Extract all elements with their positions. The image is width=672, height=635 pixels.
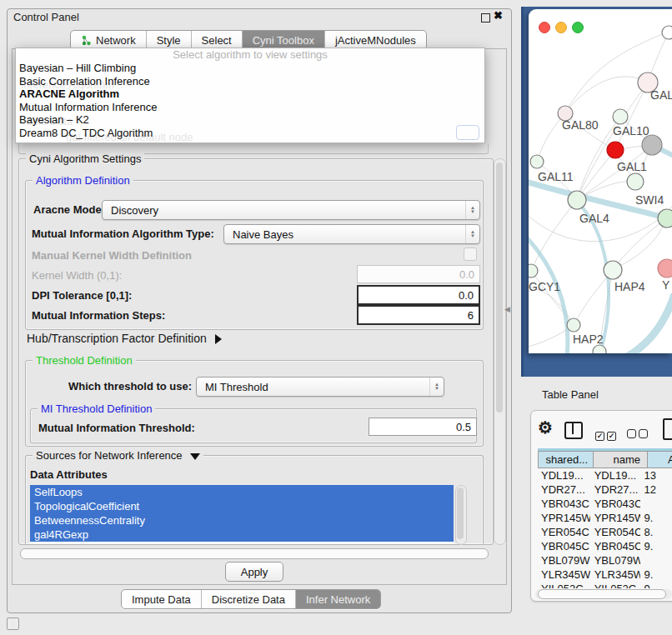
close-icon[interactable]: ✖ (494, 9, 503, 22)
mi-steps-value: 6 (468, 309, 474, 322)
node-top-partial[interactable] (662, 26, 672, 39)
table-cell: YIL052C (590, 582, 641, 588)
mi-steps-field[interactable]: 6 (357, 305, 480, 325)
which-threshold-label: Which threshold to use: (68, 380, 192, 392)
tab-network[interactable]: Network (71, 31, 147, 49)
node-gal1[interactable] (627, 173, 644, 190)
hub-definition-disclosure[interactable]: Hub/Transcription Factor Definition (27, 332, 222, 345)
tab-style[interactable]: Style (147, 31, 192, 49)
tab-label: Impute Data (132, 593, 191, 606)
aracne-mode-value: Discovery (103, 204, 465, 217)
tab-impute-data[interactable]: Impute Data (122, 590, 202, 608)
attribute-item-selected[interactable]: BetweennessCentrality (30, 513, 454, 528)
mi-algorithm-type-value: Naive Bayes (224, 228, 465, 241)
disclosure-right-icon (215, 334, 222, 344)
splitter-collapse-handle[interactable]: ◀ (504, 305, 510, 313)
table-row[interactable]: YBR045CYBR045C9. (538, 539, 672, 553)
tab-select[interactable]: Select (192, 31, 243, 49)
table-row[interactable]: YBL079WYBL079W (538, 553, 672, 568)
column-header-label: A (668, 453, 672, 466)
node-red[interactable] (607, 142, 624, 158)
network-edge (613, 218, 667, 270)
data-attributes-list[interactable]: SelfLoopsTopologicalCoefficientBetweenne… (30, 485, 454, 543)
table-cell: YBR043C (538, 497, 590, 511)
algorithm-definition-title: Algorithm Definition (33, 174, 133, 187)
column-header-shared-name[interactable]: shared... (538, 451, 594, 468)
table-cell: 9. (640, 539, 672, 553)
algorithm-option[interactable]: Mutual Information Inference (16, 101, 484, 114)
manual-kernel-width-checkbox[interactable] (464, 248, 477, 261)
table-row[interactable]: YPR145WYPR145W9. (538, 511, 672, 525)
attributes-scrollbar[interactable] (455, 485, 467, 545)
dpi-tolerance-label: DPI Tolerance [0,1]: (32, 289, 132, 302)
node-gcy1[interactable] (529, 264, 538, 278)
table-cell: YPR145W (590, 511, 641, 525)
network-node-label: GAL1 (617, 160, 647, 173)
deselect-all-columns-icon[interactable] (627, 427, 650, 442)
cyni-algorithm-settings-title: Cyni Algorithm Settings (26, 152, 144, 165)
table-cell: YER054C (590, 525, 641, 539)
node-green-right[interactable] (658, 209, 672, 228)
table-row[interactable]: YDL19...YDL19...13 (538, 468, 672, 482)
column-header-label: shared... (545, 453, 588, 466)
mi-steps-label: Mutual Information Steps: (32, 309, 165, 322)
which-threshold-select[interactable]: MI Threshold ▲▼ (196, 377, 444, 397)
table-cell: YLR345W (590, 568, 641, 582)
dpi-tolerance-field[interactable]: 0.0 (357, 285, 480, 305)
columns-icon[interactable] (564, 422, 583, 439)
table-row[interactable]: YLR345WYLR345W9. (538, 568, 672, 582)
mi-threshold-value: 0.5 (456, 421, 471, 433)
mi-algorithm-type-select[interactable]: Naive Bayes ▲▼ (223, 224, 480, 244)
node-green-top[interactable] (613, 109, 628, 124)
node-green-bottom[interactable] (593, 345, 606, 353)
node-salmon[interactable] (658, 259, 672, 278)
apply-button[interactable]: Apply (225, 562, 283, 582)
column-header-cutoff[interactable]: A (648, 451, 672, 468)
table-cell: YER054C (538, 525, 590, 539)
node-hap2[interactable] (567, 318, 580, 332)
attribute-item-selected[interactable]: SelfLoops (30, 485, 454, 499)
network-node-label: GAL11 (538, 170, 574, 183)
network-edge (625, 294, 672, 353)
network-canvas[interactable]: GALGAL80GAL10GAL1GAL11SWI4GAL4GCY1HAP4YH… (529, 9, 672, 353)
tab-discretize-data[interactable]: Discretize Data (202, 590, 296, 608)
column-header-name[interactable]: name (594, 451, 648, 468)
gear-icon[interactable]: ⚙ (538, 419, 553, 436)
tab-cyni-toolbox[interactable]: Cyni Toolbox (243, 31, 325, 49)
table-row[interactable]: YER054CYER054C8. (538, 525, 672, 539)
tab-infer-network[interactable]: Infer Network (296, 590, 380, 608)
network-node-label: GAL80 (562, 118, 599, 132)
attribute-item-selected[interactable]: TopologicalCoefficient (30, 499, 454, 513)
mi-threshold-field[interactable]: 0.5 (369, 418, 477, 436)
float-window-icon[interactable] (481, 13, 490, 22)
node-gal4[interactable] (568, 191, 586, 209)
manual-kernel-width-label: Manual Kernel Width Definition (32, 249, 192, 262)
table-hscrollbar[interactable] (535, 589, 672, 599)
aracne-mode-select[interactable]: Discovery ▲▼ (102, 200, 480, 220)
tab-jactivemnodules[interactable]: jActiveMNodules (325, 31, 426, 49)
hub-definition-label: Hub/Transcription Factor Definition (27, 332, 207, 345)
covered-text-ghost: Table Data (21, 115, 73, 128)
algorithm-option[interactable]: Bayesian – Hill Climbing (16, 62, 484, 75)
settings-vscrollbar[interactable] (494, 158, 506, 545)
algorithm-option[interactable]: Bayesian – K2 (16, 113, 484, 127)
node-hap4[interactable] (604, 261, 622, 279)
kernel-width-field[interactable]: 0.0 (357, 265, 480, 283)
table-row[interactable]: YDR27...YDR27...12 (538, 482, 672, 497)
network-node-label: GAL10 (613, 124, 649, 138)
settings-hscrollbar[interactable] (20, 548, 489, 559)
collapsed-panel-icon[interactable] (7, 618, 19, 630)
node-gray[interactable] (642, 135, 662, 155)
table-row[interactable]: YBR043CYBR043C (538, 497, 672, 511)
table-function-icon[interactable] (663, 418, 672, 440)
table-cell: YBL079W (538, 553, 590, 568)
node-table[interactable]: YDL19...YDL19...13YDR27...YDR27...12YBR0… (538, 468, 672, 588)
network-view-window: GALGAL80GAL10GAL1GAL11SWI4GAL4GCY1HAP4YH… (529, 9, 672, 353)
table-row[interactable]: YIL052CYIL052C9 (538, 582, 672, 588)
table-cell: YDR27... (538, 482, 590, 497)
select-all-columns-icon[interactable]: ✓✓ (595, 427, 619, 442)
sources-title[interactable]: Sources for Network Inference (33, 449, 203, 462)
mi-algorithm-type-label: Mutual Information Algorithm Type: (32, 228, 214, 240)
attribute-item-selected[interactable]: gal4RGexp (30, 528, 454, 542)
node-green-left[interactable] (530, 155, 544, 168)
